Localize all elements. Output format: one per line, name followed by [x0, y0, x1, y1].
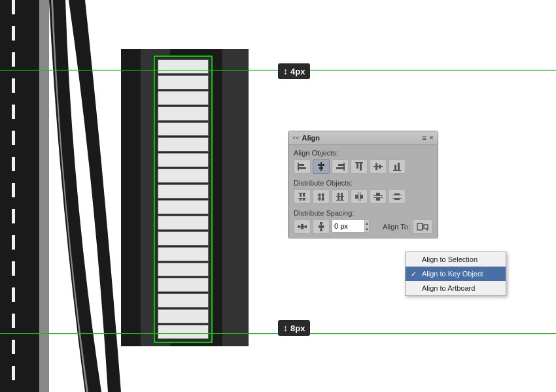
svg-rect-1	[299, 164, 304, 166]
svg-rect-56	[321, 224, 322, 225]
dropdown-item-key-object[interactable]: ✓ Align to Key Object	[406, 267, 506, 281]
window-row	[158, 278, 209, 292]
panel-close-btn[interactable]: ×	[429, 133, 434, 142]
svg-rect-33	[336, 200, 344, 201]
align-to-label: Align To:	[383, 223, 410, 231]
svg-rect-49	[301, 224, 304, 229]
svg-marker-60	[422, 225, 423, 229]
window-row	[158, 293, 209, 308]
measure-bottom-value: 8px	[290, 323, 305, 333]
align-left-icon	[297, 161, 307, 172]
svg-rect-11	[360, 163, 362, 171]
spacing-spinner[interactable]: ▲ ▼	[332, 220, 370, 233]
svg-rect-3	[321, 162, 322, 171]
panel-collapse-btn[interactable]: <<	[292, 135, 300, 141]
svg-rect-30	[336, 196, 344, 197]
window-row	[158, 200, 209, 214]
distribute-spacing-row: ▲ ▼ Align To: ▼	[294, 220, 432, 234]
svg-rect-53	[320, 222, 322, 224]
dist-vspace-icon	[354, 191, 364, 202]
dist-top-btn[interactable]	[294, 189, 311, 204]
panel-menu-btn[interactable]: ≡	[422, 133, 426, 142]
dist-top-icon	[297, 191, 307, 202]
measure-bottom: ↕ 8px	[278, 320, 310, 336]
align-bottom-btn[interactable]	[389, 159, 406, 174]
spacing-input[interactable]	[332, 222, 364, 230]
spinner-down-btn[interactable]: ▼	[365, 226, 369, 232]
align-center-v-icon	[373, 161, 383, 172]
svg-rect-23	[303, 199, 305, 201]
distribute-spacing-btns: ▲ ▼	[294, 220, 370, 234]
svg-rect-40	[374, 195, 383, 196]
svg-rect-45	[392, 198, 402, 199]
align-center-v-btn[interactable]	[370, 159, 387, 174]
measure-top: ↕ 4px	[278, 63, 310, 79]
svg-rect-6	[343, 163, 345, 171]
svg-rect-31	[338, 193, 339, 196]
svg-text:▼: ▼	[425, 228, 429, 232]
align-objects-row	[294, 159, 432, 174]
svg-rect-9	[355, 162, 363, 163]
svg-rect-32	[341, 193, 343, 196]
dist-equal-btn[interactable]	[389, 189, 406, 204]
svg-rect-54	[319, 225, 324, 228]
align-to-dropdown: Align to Selection ✓ Align to Key Object…	[405, 252, 506, 296]
align-right-btn[interactable]	[332, 159, 349, 174]
svg-rect-37	[360, 192, 360, 201]
align-objects-label: Align Objects:	[294, 149, 432, 157]
dist-space-h-btn[interactable]	[294, 220, 311, 234]
building-right-column	[222, 49, 249, 346]
spinner-up-btn[interactable]: ▲	[365, 220, 369, 226]
panel-titlebar[interactable]: << Align ≡ ×	[288, 131, 438, 145]
svg-rect-36	[358, 192, 358, 201]
svg-rect-35	[341, 197, 343, 200]
align-center-h-btn[interactable]	[313, 159, 330, 174]
svg-rect-0	[298, 163, 299, 171]
svg-rect-14	[379, 165, 381, 169]
measure-top-arrow: ↕	[283, 66, 288, 76]
svg-rect-34	[338, 197, 339, 200]
svg-rect-50	[305, 225, 307, 228]
svg-rect-42	[376, 193, 380, 195]
align-left-btn[interactable]	[294, 159, 311, 174]
measure-bottom-arrow: ↕	[283, 323, 288, 333]
align-to-btn[interactable]: ▼	[413, 220, 432, 234]
distribute-objects-label: Distribute Objects:	[294, 179, 432, 187]
dropdown-item-artboard[interactable]: Align to Artboard	[406, 281, 506, 295]
align-top-btn[interactable]	[351, 159, 368, 174]
dist-hspace-icon	[373, 191, 383, 202]
svg-rect-43	[376, 198, 380, 201]
window-row	[158, 184, 209, 199]
svg-rect-19	[300, 193, 302, 197]
svg-rect-28	[319, 197, 321, 201]
window-row	[158, 106, 209, 121]
svg-rect-4	[318, 164, 324, 166]
window-row	[158, 325, 209, 339]
window-row	[158, 216, 209, 230]
dropdown-item-selection[interactable]: Align to Selection	[406, 252, 506, 267]
dist-hspace-btn[interactable]	[370, 189, 387, 204]
svg-rect-8	[336, 167, 343, 169]
window-grid	[158, 59, 209, 339]
dropdown-item-artboard-label: Align to Artboard	[422, 284, 475, 292]
align-top-icon	[354, 161, 364, 172]
svg-rect-12	[374, 166, 383, 167]
svg-rect-20	[303, 193, 305, 197]
svg-rect-22	[300, 199, 302, 201]
dist-center-h-btn[interactable]	[313, 189, 330, 204]
dropdown-item-selection-label: Align to Selection	[422, 255, 478, 263]
svg-rect-52	[304, 226, 305, 227]
dist-bottom-btn[interactable]	[332, 189, 349, 204]
align-to-section: Align To: ▼	[383, 220, 432, 234]
svg-rect-39	[360, 195, 363, 199]
align-bottom-icon	[392, 161, 402, 172]
svg-rect-38	[355, 195, 358, 199]
canvas-area: ↕ 4px ↕ 8px << Align ≡ × Align Objects:	[0, 0, 556, 392]
svg-rect-25	[319, 193, 321, 197]
measure-top-value: 4px	[290, 67, 305, 76]
dist-space-v-btn[interactable]	[313, 220, 330, 234]
svg-rect-46	[394, 193, 400, 195]
svg-rect-13	[375, 163, 377, 170]
dist-vspace-btn[interactable]	[351, 189, 368, 204]
svg-rect-26	[322, 193, 324, 197]
